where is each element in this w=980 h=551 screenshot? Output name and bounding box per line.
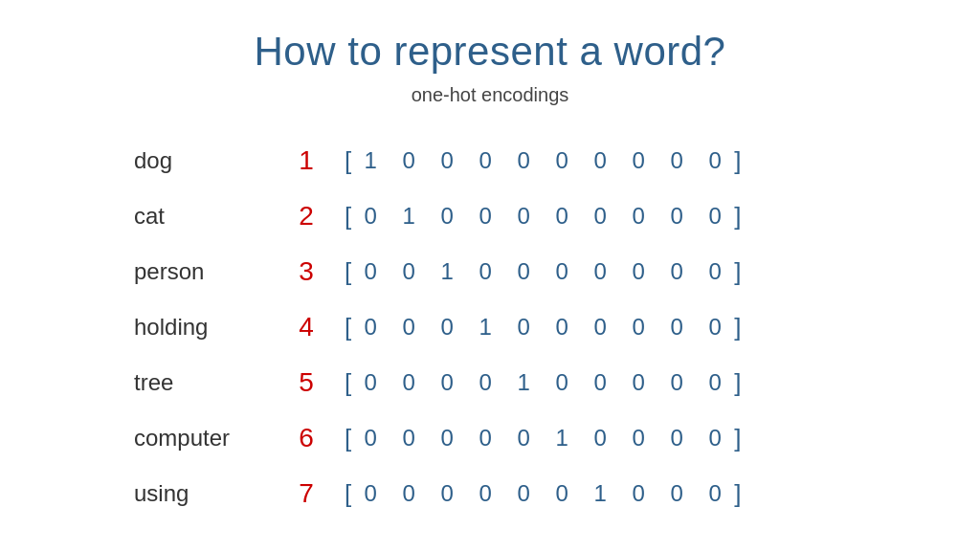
encoding-value: 0 (696, 369, 734, 396)
encoding-value: 0 (466, 425, 504, 452)
encoding-value: 0 (657, 314, 696, 341)
encoding-vector: [0000100000] (345, 368, 741, 398)
encoding-value: 0 (351, 480, 390, 507)
encoding-value: 1 (504, 369, 543, 396)
slide-title: How to represent a word? (57, 29, 923, 75)
encoding-value: 0 (351, 369, 390, 396)
close-bracket: ] (734, 146, 741, 176)
encoding-value: 0 (696, 314, 734, 341)
word-index: 2 (268, 201, 345, 231)
encoding-value: 0 (504, 425, 543, 452)
encoding-value: 0 (581, 258, 619, 285)
encoding-value: 0 (657, 258, 696, 285)
encoding-value: 0 (696, 258, 734, 285)
word-row: holding4[0001000000] (134, 299, 923, 355)
encoding-value: 0 (466, 203, 504, 230)
word-index: 1 (268, 145, 345, 176)
word-label: cat (134, 203, 268, 230)
close-bracket: ] (734, 313, 741, 342)
encoding-vector: [0000001000] (345, 479, 741, 509)
encoding-value: 0 (351, 425, 390, 452)
encoding-value: 0 (619, 369, 657, 396)
encoding-value: 0 (351, 258, 390, 285)
close-bracket: ] (734, 202, 741, 231)
encoding-value: 0 (581, 147, 619, 174)
encoding-value: 1 (351, 147, 390, 174)
encoding-value: 0 (466, 480, 504, 507)
open-bracket: [ (345, 202, 351, 231)
word-label: using (134, 480, 268, 507)
encoding-value: 0 (696, 425, 734, 452)
open-bracket: [ (345, 313, 351, 342)
encoding-value: 0 (543, 314, 581, 341)
word-index: 3 (268, 256, 345, 287)
subtitle: one-hot encodings (57, 84, 923, 106)
encoding-value: 0 (390, 480, 428, 507)
encoding-value: 0 (696, 203, 734, 230)
encoding-value: 0 (543, 480, 581, 507)
encoding-value: 0 (504, 314, 543, 341)
encoding-value: 0 (466, 369, 504, 396)
encoding-vector: [0010000000] (345, 257, 741, 287)
encoding-value: 0 (504, 258, 543, 285)
encoding-value: 0 (428, 147, 466, 174)
close-bracket: ] (734, 368, 741, 398)
word-row: dog1[1000000000] (134, 133, 923, 188)
encoding-value: 1 (428, 258, 466, 285)
word-index: 7 (268, 478, 345, 509)
encoding-value: 0 (543, 203, 581, 230)
word-list: dog1[1000000000]cat2[0100000000]person3[… (57, 133, 923, 521)
word-row: cat2[0100000000] (134, 188, 923, 244)
word-label: dog (134, 147, 268, 174)
open-bracket: [ (345, 479, 351, 509)
open-bracket: [ (345, 146, 351, 176)
encoding-value: 0 (619, 480, 657, 507)
encoding-value: 0 (581, 425, 619, 452)
encoding-value: 0 (428, 203, 466, 230)
encoding-value: 0 (696, 147, 734, 174)
encoding-value: 0 (390, 147, 428, 174)
encoding-vector: [1000000000] (345, 146, 741, 176)
encoding-vector: [0000010000] (345, 424, 741, 453)
close-bracket: ] (734, 257, 741, 287)
encoding-value: 0 (428, 480, 466, 507)
encoding-value: 0 (428, 425, 466, 452)
encoding-value: 1 (466, 314, 504, 341)
open-bracket: [ (345, 424, 351, 453)
encoding-value: 0 (390, 258, 428, 285)
word-row: computer6[0000010000] (134, 410, 923, 466)
encoding-value: 0 (657, 203, 696, 230)
encoding-value: 0 (619, 258, 657, 285)
encoding-value: 0 (619, 425, 657, 452)
encoding-value: 0 (657, 480, 696, 507)
encoding-value: 1 (390, 203, 428, 230)
encoding-value: 0 (581, 314, 619, 341)
encoding-value: 0 (466, 258, 504, 285)
open-bracket: [ (345, 257, 351, 287)
word-row: using7[0000001000] (134, 466, 923, 521)
encoding-value: 0 (390, 314, 428, 341)
encoding-value: 0 (504, 203, 543, 230)
encoding-value: 0 (657, 147, 696, 174)
encoding-value: 1 (581, 480, 619, 507)
encoding-value: 0 (351, 314, 390, 341)
encoding-vector: [0001000000] (345, 313, 741, 342)
encoding-value: 0 (390, 425, 428, 452)
word-index: 5 (268, 367, 345, 398)
word-label: computer (134, 425, 268, 452)
word-index: 6 (268, 423, 345, 453)
word-index: 4 (268, 312, 345, 342)
word-row: tree5[0000100000] (134, 355, 923, 410)
encoding-value: 0 (696, 480, 734, 507)
encoding-value: 0 (390, 369, 428, 396)
encoding-value: 0 (581, 369, 619, 396)
close-bracket: ] (734, 424, 741, 453)
encoding-value: 0 (543, 258, 581, 285)
encoding-value: 0 (619, 147, 657, 174)
encoding-value: 0 (504, 147, 543, 174)
close-bracket: ] (734, 479, 741, 509)
encoding-value: 0 (428, 314, 466, 341)
encoding-value: 0 (466, 147, 504, 174)
encoding-value: 0 (504, 480, 543, 507)
slide: How to represent a word? one-hot encodin… (0, 0, 980, 551)
